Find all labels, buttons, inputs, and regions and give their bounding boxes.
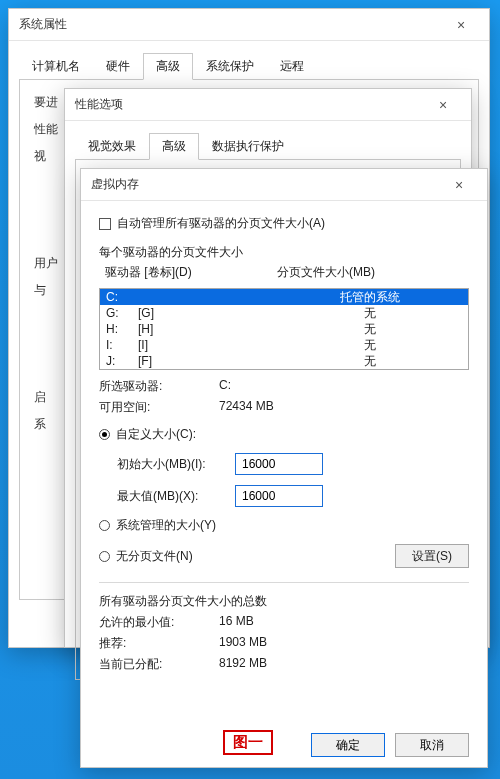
cur-value: 8192 MB xyxy=(219,656,267,673)
initial-size-label: 初始大小(MB)(I): xyxy=(117,456,235,473)
drive-row[interactable]: G: [G] 无 xyxy=(100,305,468,321)
custom-size-label: 自定义大小(C): xyxy=(116,426,196,443)
selected-drive-value: C: xyxy=(219,378,231,395)
tab-hardware[interactable]: 硬件 xyxy=(93,53,143,80)
titlebar: 系统属性 × xyxy=(9,9,489,41)
set-button[interactable]: 设置(S) xyxy=(395,544,469,568)
drive-table-header: 驱动器 [卷标](D) 分页文件大小(MB) xyxy=(99,261,469,284)
perfopt-tabs: 视觉效果 高级 数据执行保护 xyxy=(75,133,461,160)
tab-computer-name[interactable]: 计算机名 xyxy=(19,53,93,80)
titlebar: 性能选项 × xyxy=(65,89,471,121)
virtual-memory-dialog: 虚拟内存 × 自动管理所有驱动器的分页文件大小(A) 每个驱动器的分页文件大小 … xyxy=(80,168,488,768)
tab-advanced[interactable]: 高级 xyxy=(149,133,199,160)
header-pagefile: 分页文件大小(MB) xyxy=(277,264,463,281)
free-space-label: 可用空间: xyxy=(99,399,219,416)
no-pagefile-label: 无分页文件(N) xyxy=(116,548,193,565)
radio-off-icon xyxy=(99,551,110,562)
totals-title: 所有驱动器分页文件大小的总数 xyxy=(99,593,469,610)
max-size-label: 最大值(MB)(X): xyxy=(117,488,235,505)
header-drive: 驱动器 [卷标](D) xyxy=(105,264,277,281)
per-drive-title: 每个驱动器的分页文件大小 xyxy=(99,244,469,261)
drive-row[interactable]: I: [I] 无 xyxy=(100,337,468,353)
window-title: 性能选项 xyxy=(75,96,123,113)
tab-dep[interactable]: 数据执行保护 xyxy=(199,133,297,160)
divider xyxy=(99,582,469,583)
radio-no-pagefile[interactable]: 无分页文件(N) xyxy=(99,548,193,565)
checkbox-icon xyxy=(99,218,111,230)
radio-off-icon xyxy=(99,520,110,531)
auto-manage-checkbox-row[interactable]: 自动管理所有驱动器的分页文件大小(A) xyxy=(99,215,469,232)
rec-label: 推荐: xyxy=(99,635,219,652)
min-label: 允许的最小值: xyxy=(99,614,219,631)
system-managed-label: 系统管理的大小(Y) xyxy=(116,517,216,534)
tab-system-protection[interactable]: 系统保护 xyxy=(193,53,267,80)
cur-label: 当前已分配: xyxy=(99,656,219,673)
tab-visual-effects[interactable]: 视觉效果 xyxy=(75,133,149,160)
tab-advanced[interactable]: 高级 xyxy=(143,53,193,80)
radio-custom-size[interactable]: 自定义大小(C): xyxy=(99,426,469,443)
initial-size-input[interactable] xyxy=(235,453,323,475)
drive-listbox[interactable]: C: 托管的系统 G: [G] 无 H: [H] 无 I: [I] 无 xyxy=(99,288,469,370)
drive-row[interactable]: H: [H] 无 xyxy=(100,321,468,337)
ok-button[interactable]: 确定 xyxy=(311,733,385,757)
close-icon[interactable]: × xyxy=(423,93,463,117)
rec-value: 1903 MB xyxy=(219,635,267,652)
min-value: 16 MB xyxy=(219,614,254,631)
sysprop-tabs: 计算机名 硬件 高级 系统保护 远程 xyxy=(19,53,479,80)
cancel-button[interactable]: 取消 xyxy=(395,733,469,757)
window-title: 系统属性 xyxy=(19,16,67,33)
free-space-value: 72434 MB xyxy=(219,399,274,416)
auto-manage-label: 自动管理所有驱动器的分页文件大小(A) xyxy=(117,215,325,232)
window-title: 虚拟内存 xyxy=(91,176,139,193)
drive-row[interactable]: C: 托管的系统 xyxy=(100,289,468,305)
drive-row[interactable]: J: [F] 无 xyxy=(100,353,468,369)
selected-drive-label: 所选驱动器: xyxy=(99,378,219,395)
tab-remote[interactable]: 远程 xyxy=(267,53,317,80)
titlebar: 虚拟内存 × xyxy=(81,169,487,201)
close-icon[interactable]: × xyxy=(439,173,479,197)
radio-on-icon xyxy=(99,429,110,440)
radio-system-managed[interactable]: 系统管理的大小(Y) xyxy=(99,517,469,534)
close-icon[interactable]: × xyxy=(441,13,481,37)
max-size-input[interactable] xyxy=(235,485,323,507)
